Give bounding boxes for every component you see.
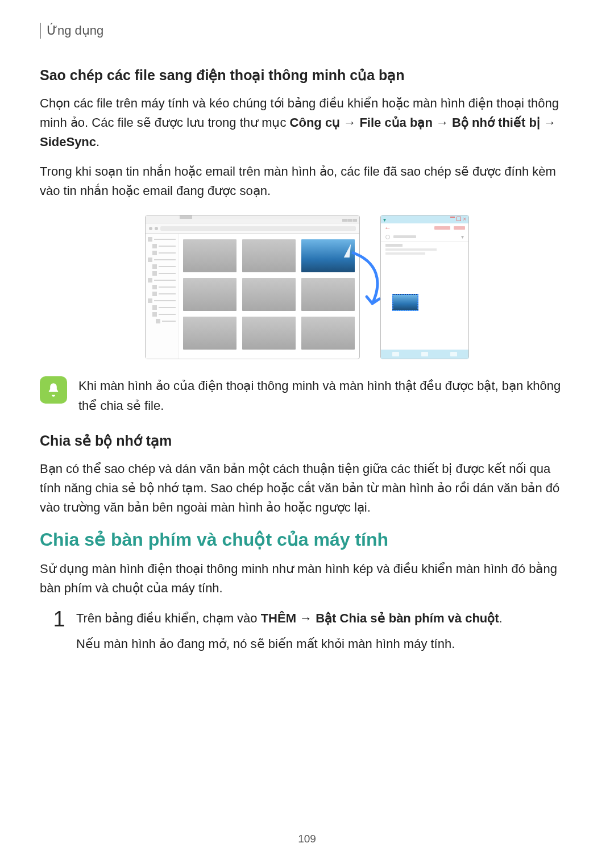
heading-clipboard: Chia sẻ bộ nhớ tạm [40,433,574,449]
bold-enable-sharing: Bật Chia sẻ bàn phím và chuột [316,611,499,625]
chevron-down-icon: ▾ [461,234,464,240]
chevron-down-icon: ▾ [383,217,386,223]
thumbnail [242,278,296,311]
pc-thumbnail-grid [179,234,359,359]
text-fragment: Trên bảng điều khiển, chạm vào [76,611,261,625]
page-number: 109 [0,833,614,845]
thumbnail [183,278,237,311]
home-icon [421,352,428,356]
step-1: 1 Trên bảng điều khiển, chạm vào THÊM → … [51,608,574,659]
phone-row: ▾ [381,232,468,242]
para-share-km: Sử dụng màn hình điện thoại thông minh n… [40,559,574,598]
thumbnail [183,239,237,272]
close-icon: × [463,217,466,222]
bold-your-files: File của bạn [359,115,432,130]
para-clipboard: Bạn có thể sao chép và dán văn bản một c… [40,459,574,517]
arrow-sep: → [340,115,359,130]
header-section-label: Ứng dụng [47,23,103,38]
phone-nav: ← [381,223,468,232]
phone-window-illustration: ▾ × ← ▾ [380,215,469,359]
arrow-sep: → [296,611,316,625]
text-fragment: . [499,611,503,625]
drop-target [392,294,418,311]
para-copy-files-1: Chọn các file trên máy tính và kéo chúng… [40,94,574,152]
text-fragment: . [96,135,99,149]
back-arrow-icon: ← [384,224,391,232]
para-copy-files-2: Trong khi soạn tin nhắn hoặc email trên … [40,162,574,201]
figure-drag-drop: ▾ × ← ▾ [40,215,574,359]
bold-device-storage: Bộ nhớ thiết bị [452,115,540,130]
arrow-sep: → [433,115,452,130]
thumbnail [242,239,296,272]
pc-toolbar [146,223,359,234]
heading-copy-files: Sao chép các file sang điện thoại thông … [40,67,574,84]
thumbnail [301,317,355,350]
step-number: 1 [51,608,67,630]
minimize-icon [450,217,455,218]
pc-window-illustration [145,215,360,359]
arrow-sep: → [540,115,556,130]
phone-section [381,242,468,256]
maximize-icon [457,217,461,221]
thumbnail [301,278,355,311]
recent-apps-icon [392,352,399,356]
step-1-line-2: Nếu màn hình ảo đang mở, nó sẽ biến mất … [76,634,503,654]
note-text: Khi màn hình ảo của điện thoại thông min… [78,376,574,415]
step-1-line-1: Trên bảng điều khiển, chạm vào THÊM → Bậ… [76,608,503,628]
thumbnail-photo [301,239,355,272]
bold-more: THÊM [261,611,296,625]
thumbnail [183,317,237,350]
phone-titlebar: ▾ × [381,215,468,223]
phone-navbar [381,350,468,359]
bold-tools: Công cụ [290,115,341,130]
bell-icon [40,376,67,404]
thumbnail [242,317,296,350]
back-icon [450,352,457,356]
note-block: Khi màn hình ảo của điện thoại thông min… [40,376,574,415]
bold-sidesync: SideSync [40,135,96,149]
pc-sidebar [146,234,179,359]
header: Ứng dụng [40,23,574,39]
heading-share-keyboard-mouse: Chia sẻ bàn phím và chuột của máy tính [40,529,574,550]
